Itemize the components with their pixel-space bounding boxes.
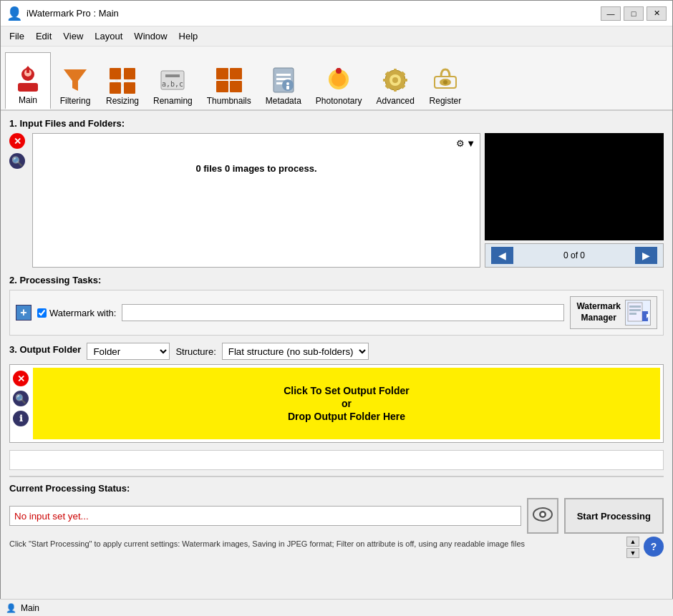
help-button[interactable]: ? bbox=[644, 537, 664, 557]
clear-output-button[interactable]: ✕ bbox=[13, 371, 29, 386]
status-bar-icon: 👤 bbox=[6, 603, 16, 613]
preview-button[interactable] bbox=[527, 498, 558, 534]
processing-section-title: 2. Processing Tasks: bbox=[9, 275, 664, 285]
svg-text:a,b,c: a,b,c bbox=[162, 80, 183, 88]
status-controls-row: Start Processing bbox=[9, 498, 664, 534]
prev-image-button[interactable]: ◀ bbox=[491, 247, 513, 264]
close-button[interactable]: ✕ bbox=[647, 6, 667, 21]
advanced-icon bbox=[381, 66, 410, 94]
svg-rect-27 bbox=[286, 86, 289, 89]
toolbar-photonotary[interactable]: Photonotary bbox=[309, 52, 369, 109]
svg-rect-12 bbox=[121, 84, 124, 87]
toolbar: Main Filtering Resizing bbox=[1, 47, 672, 111]
output-drop-zone[interactable]: Click To Set Output Folder or Drop Outpu… bbox=[33, 368, 660, 439]
register-icon bbox=[431, 66, 460, 94]
svg-rect-17 bbox=[216, 68, 228, 79]
output-section: 3. Output Folder Folder Same as input Cu… bbox=[9, 343, 664, 443]
svg-rect-1 bbox=[18, 83, 38, 92]
svg-point-45 bbox=[443, 80, 447, 84]
toolbar-filtering[interactable]: Filtering bbox=[52, 52, 98, 109]
gear-icon: ⚙ bbox=[456, 138, 465, 149]
output-box: ✕ 🔍 ℹ Click To Set Output Folder or Drop… bbox=[9, 364, 664, 443]
menu-layout[interactable]: Layout bbox=[89, 29, 128, 44]
svg-rect-35 bbox=[394, 69, 397, 73]
input-side-buttons: ✕ 🔍 bbox=[9, 133, 25, 268]
preview-nav: ◀ 0 of 0 ▶ bbox=[485, 243, 664, 268]
main-icon bbox=[14, 65, 42, 94]
menu-file[interactable]: File bbox=[4, 29, 30, 44]
toolbar-thumbnails[interactable]: Thumbnails bbox=[200, 52, 258, 109]
svg-rect-48 bbox=[629, 309, 641, 311]
svg-point-54 bbox=[541, 512, 544, 516]
output-side-buttons: ✕ 🔍 ℹ bbox=[13, 368, 29, 439]
preview-box: ◀ 0 of 0 ▶ bbox=[485, 133, 664, 268]
svg-rect-31 bbox=[337, 68, 340, 72]
menu-edit[interactable]: Edit bbox=[30, 29, 57, 44]
resize-icon bbox=[108, 66, 137, 94]
maximize-button[interactable]: □ bbox=[624, 6, 644, 21]
output-header: 3. Output Folder Folder Same as input Cu… bbox=[9, 343, 664, 360]
status-info-row: Click "Start Processing" to apply curren… bbox=[9, 537, 664, 558]
svg-rect-47 bbox=[629, 305, 641, 308]
files-count-text: 0 files 0 images to process. bbox=[37, 149, 475, 188]
svg-rect-46 bbox=[628, 303, 642, 321]
toolbar-photonotary-label: Photonotary bbox=[316, 96, 362, 106]
status-bar: 👤 Main bbox=[0, 599, 673, 616]
remove-files-button[interactable]: ✕ bbox=[9, 133, 25, 149]
metadata-icon bbox=[269, 66, 298, 94]
scroll-down-button[interactable]: ▼ bbox=[626, 548, 639, 558]
watermark-with-label: Watermark with: bbox=[49, 308, 116, 318]
add-task-button[interactable]: + bbox=[16, 305, 32, 321]
browse-output-button[interactable]: 🔍 bbox=[13, 391, 29, 406]
output-info-button[interactable]: ℹ bbox=[13, 411, 29, 426]
toolbar-advanced[interactable]: Advanced bbox=[370, 52, 421, 109]
toolbar-register[interactable]: Register bbox=[422, 52, 468, 109]
svg-marker-4 bbox=[26, 66, 30, 69]
toolbar-renaming[interactable]: a,b,c Renaming bbox=[147, 52, 199, 109]
toolbar-register-label: Register bbox=[430, 96, 462, 106]
input-section-title: 1. Input Files and Folders: bbox=[9, 118, 664, 129]
start-processing-button[interactable]: Start Processing bbox=[564, 498, 664, 534]
svg-point-29 bbox=[331, 72, 346, 87]
folder-type-select[interactable]: Folder Same as input Custom bbox=[87, 343, 170, 360]
status-section-title: Current Processing Status: bbox=[9, 483, 664, 494]
toolbar-metadata[interactable]: Metadata bbox=[259, 52, 308, 109]
toolbar-main[interactable]: Main bbox=[5, 52, 51, 109]
svg-rect-49 bbox=[629, 313, 636, 315]
filter-icon bbox=[61, 66, 89, 94]
files-box[interactable]: ⚙ ▼ 0 files 0 images to process. bbox=[32, 133, 480, 268]
scroll-buttons: ▲ ▼ bbox=[626, 537, 639, 558]
watermark-manager-label: WatermarkManager bbox=[576, 301, 621, 323]
watermark-checkbox[interactable] bbox=[37, 308, 47, 318]
watermark-manager-button[interactable]: WatermarkManager bbox=[570, 296, 657, 329]
watermark-manager-icon bbox=[625, 300, 651, 326]
structure-select[interactable]: Flat structure (no sub-folders) Mirror s… bbox=[222, 343, 369, 360]
processing-tasks-panel: + Watermark with: WatermarkManager bbox=[9, 290, 664, 336]
svg-point-26 bbox=[286, 82, 289, 85]
svg-rect-13 bbox=[127, 79, 130, 82]
scroll-up-button[interactable]: ▲ bbox=[626, 537, 639, 547]
watermark-input[interactable] bbox=[122, 304, 564, 321]
search-files-button[interactable]: 🔍 bbox=[9, 153, 25, 169]
toolbar-thumbnails-label: Thumbnails bbox=[207, 96, 251, 106]
toolbar-metadata-label: Metadata bbox=[266, 96, 301, 106]
eye-icon bbox=[533, 507, 553, 525]
svg-marker-5 bbox=[64, 69, 87, 91]
toolbar-resizing[interactable]: Resizing bbox=[100, 52, 145, 109]
status-section: Current Processing Status: Start Process… bbox=[9, 476, 664, 558]
watermark-checkbox-label[interactable]: Watermark with: bbox=[37, 308, 116, 318]
app-icon: 👤 bbox=[6, 6, 22, 21]
menu-view[interactable]: View bbox=[57, 29, 89, 44]
minimize-button[interactable]: — bbox=[601, 6, 621, 21]
output-drop-or: or bbox=[342, 398, 352, 409]
menu-help[interactable]: Help bbox=[173, 29, 204, 44]
svg-rect-6 bbox=[110, 68, 121, 79]
next-image-button[interactable]: ▶ bbox=[635, 247, 657, 264]
status-info-text: Click "Start Processing" to apply curren… bbox=[9, 539, 622, 548]
menu-window[interactable]: Window bbox=[128, 29, 173, 44]
svg-rect-9 bbox=[124, 82, 135, 94]
toolbar-advanced-label: Advanced bbox=[377, 96, 415, 106]
status-bar-label: Main bbox=[21, 603, 39, 613]
window-title: iWatermark Pro : Main bbox=[26, 8, 119, 19]
files-gear-dropdown[interactable]: ⚙ ▼ bbox=[456, 138, 475, 149]
